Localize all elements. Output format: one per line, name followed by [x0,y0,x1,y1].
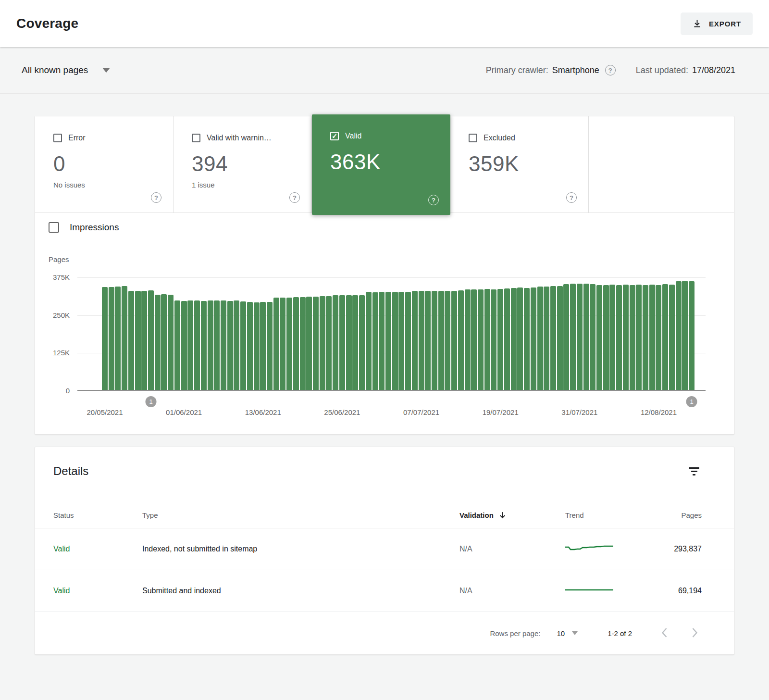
chart-bar[interactable] [537,287,543,390]
chart-bar[interactable] [445,291,450,390]
chart-bar[interactable] [247,302,253,390]
chart-bar[interactable] [497,289,503,390]
chart-bar[interactable] [385,292,391,390]
chart-bar[interactable] [313,297,319,390]
chart-bar[interactable] [141,291,147,390]
checkbox-unchecked-icon[interactable] [192,134,200,142]
chart-bar[interactable] [484,289,490,390]
checkbox-unchecked-icon[interactable] [53,134,62,142]
chart-bar[interactable] [491,289,496,390]
chart-bar[interactable] [260,302,266,390]
chart-bar[interactable] [398,292,404,390]
chart-bar[interactable] [676,281,682,390]
chart-bar[interactable] [254,302,260,390]
chart-bar[interactable] [352,295,358,390]
chart-bar[interactable] [392,292,398,390]
chart-bar[interactable] [128,291,134,390]
rows-per-page-select[interactable]: 10 [557,629,578,638]
chart-bar[interactable] [187,300,193,390]
tile-valid-with-warnings[interactable]: Valid with warnin… 394 1 issue ? [174,116,312,212]
chart-bar[interactable] [524,288,530,390]
chart-bar[interactable] [333,295,338,390]
chart-bar[interactable] [201,301,207,390]
chart-bar[interactable] [425,291,431,390]
next-page-button[interactable] [690,625,700,642]
export-button[interactable]: EXPORT [681,12,753,35]
chart-bar[interactable] [227,301,233,390]
chart-bar[interactable] [346,295,352,390]
chart-bar[interactable] [366,292,372,390]
help-icon[interactable]: ? [566,192,577,203]
chart-bar[interactable] [504,288,510,390]
chart-bar[interactable] [181,301,187,390]
chart-bar[interactable] [273,298,279,390]
chart-bar[interactable] [590,284,595,390]
chart-bar[interactable] [577,284,583,390]
chart-bar[interactable] [544,287,549,390]
chart-bar[interactable] [643,285,648,390]
chart-bar[interactable] [432,291,437,390]
filter-list-icon[interactable] [688,464,700,478]
chart-bar[interactable] [682,281,688,390]
chart-bar[interactable] [656,285,661,390]
chart-bar[interactable] [286,298,292,390]
chart-bar[interactable] [122,286,127,390]
chart-bar[interactable] [412,291,418,390]
chart-bar[interactable] [379,292,384,390]
chart-bar[interactable] [623,285,629,390]
chart-bar[interactable] [419,291,424,390]
chart-bar[interactable] [478,289,484,390]
chart-bar[interactable] [563,284,569,390]
chart-bar[interactable] [616,285,622,390]
chart-bar[interactable] [649,285,655,390]
chart-bar[interactable] [359,295,365,390]
chart-bar[interactable] [557,286,563,390]
chart-bar[interactable] [168,295,174,390]
chart-bar[interactable] [662,284,668,390]
chart-bar[interactable] [603,285,609,390]
column-header-status[interactable]: Status [53,511,142,519]
chart-bar[interactable] [570,284,576,390]
chart-bar[interactable] [102,287,108,390]
chart-bar[interactable] [596,285,602,390]
column-header-trend[interactable]: Trend [565,511,642,519]
chart-bar[interactable] [221,300,226,390]
help-icon[interactable]: ? [428,195,439,205]
annotation-badge[interactable]: 1 [146,396,157,407]
chart-bar[interactable] [135,291,141,390]
chart-bar[interactable] [531,288,536,390]
chart-bar[interactable] [438,291,444,390]
impressions-toggle[interactable]: Impressions [49,222,119,233]
chart-bar[interactable] [148,290,154,390]
tile-valid[interactable]: ✓ Valid 363K ? [312,114,450,215]
help-icon[interactable]: ? [605,65,616,75]
chart-bar[interactable] [465,289,471,390]
chart-bar[interactable] [115,287,121,390]
chart-bar[interactable] [583,284,589,390]
chart-bar[interactable] [689,281,695,390]
chart-bar[interactable] [174,300,180,390]
checkbox-checked-icon[interactable]: ✓ [330,132,339,140]
chart-bar[interactable] [339,295,345,390]
chart-bar[interactable] [306,297,312,390]
help-icon[interactable]: ? [289,192,300,203]
column-header-type[interactable]: Type [142,511,459,519]
chart-bar[interactable] [636,285,642,390]
chart-bar[interactable] [293,297,299,390]
help-icon[interactable]: ? [151,192,161,203]
chart-bar[interactable] [194,300,200,390]
annotation-badge[interactable]: 1 [686,396,697,407]
chart-bar[interactable] [234,300,239,390]
chart-bar[interactable] [208,300,213,390]
previous-page-button[interactable] [659,625,670,642]
chart-bar[interactable] [161,294,167,390]
chart-bar[interactable] [280,298,285,390]
chart-bar[interactable] [109,287,114,390]
chart-bar[interactable] [517,288,523,390]
chart-bar[interactable] [630,285,635,390]
table-row[interactable]: Valid Submitted and indexed N/A 69,194 [35,570,734,612]
chart-bar[interactable] [214,300,220,390]
chart-bar[interactable] [609,285,615,390]
chart-bar[interactable] [471,289,477,390]
chart-bar[interactable] [669,285,675,390]
